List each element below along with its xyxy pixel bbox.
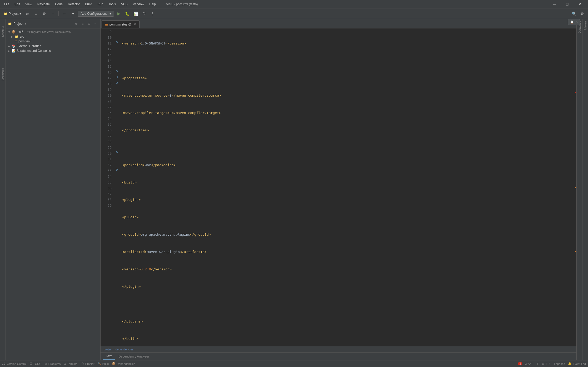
line-num-9: 9: [101, 29, 112, 35]
indent-label: 4 spaces: [553, 362, 565, 365]
back-button[interactable]: ←: [61, 10, 68, 17]
code-line-17: <build>: [122, 180, 573, 185]
collapse-all-button[interactable]: ≡: [32, 10, 39, 17]
add-config-button[interactable]: Add Configuration... ▾: [78, 11, 114, 17]
fold-18[interactable]: ⊖: [115, 75, 118, 79]
panel-config-button[interactable]: ⚙: [86, 21, 92, 27]
maven-panel-label[interactable]: Maven: [584, 19, 587, 32]
titlebar-left: File Edit View Navigate Code Refactor Bu…: [2, 2, 198, 7]
breadcrumb-project[interactable]: project: [104, 348, 112, 351]
line-num-31: 31: [101, 156, 112, 162]
line-num-25: 25: [101, 122, 112, 127]
tab-close-button[interactable]: ✕: [134, 23, 136, 26]
encoding-item[interactable]: UTF-8: [542, 362, 550, 365]
position-label: 38:20: [525, 362, 532, 365]
panel-title: 📁 Project ▾: [8, 22, 26, 26]
version-control-item[interactable]: ⎇ Version Control: [2, 362, 26, 365]
tab-dependency-analyzer[interactable]: Dependency Analyzer: [115, 354, 152, 359]
tab-bar: m pom.xml (test6) ✕ ⋮: [101, 19, 576, 28]
add-config-label: Add Configuration...: [81, 12, 108, 16]
toolbar: 📁 Project ▾ ⊕ ≡ ⚙ − ← ▾ Add Configuratio…: [0, 8, 588, 19]
terminal-item[interactable]: ⊞ Terminal: [64, 362, 78, 365]
terminal-icon: ⊞: [64, 362, 66, 365]
menu-file[interactable]: File: [2, 2, 11, 7]
encoding-label: UTF-8: [542, 362, 550, 365]
code-line-15: [122, 145, 573, 151]
editor-wrapper: 9 10 11 12 13 14 15 16 17 18 19 20 21 22…: [101, 28, 576, 346]
fold-28[interactable]: ⊖: [115, 150, 118, 154]
panel-actions: ⊕ ≡ ⚙ −: [73, 21, 98, 27]
profiler-item[interactable]: ⏱ Profiler: [81, 362, 94, 365]
indent-item[interactable]: 4 spaces: [553, 362, 565, 365]
menu-vcs[interactable]: VCS: [119, 2, 130, 7]
code-line-9: <version>1.0-SNAPSHOT</version>: [122, 41, 573, 46]
dependencies-item[interactable]: 📦 Dependencies: [112, 362, 135, 365]
menu-run[interactable]: Run: [95, 2, 105, 7]
main-container: 📁 Project ▾ ⊕ ≡ ⚙ − ← ▾ Add Configuratio…: [0, 8, 588, 367]
notification-close-button[interactable]: ✕: [575, 20, 576, 24]
tree-item-external-libs[interactable]: ▶ 📚 External Libraries: [6, 44, 100, 48]
menu-navigate[interactable]: Navigate: [35, 2, 52, 7]
line-num-27: 27: [101, 133, 112, 139]
settings-gear-button[interactable]: ⚙: [579, 10, 586, 17]
tab-text[interactable]: Text: [103, 353, 115, 360]
maximize-button[interactable]: □: [561, 0, 573, 8]
bookmarks-icon[interactable]: Bookmarks: [1, 64, 5, 85]
notification-icon: 📋: [570, 20, 574, 24]
window-controls: ─ □ ✕: [549, 0, 586, 8]
vcs-icon: ⎇: [2, 362, 6, 365]
project-selector[interactable]: 📁 Project ▾: [2, 11, 23, 16]
locate-file-button[interactable]: ⊕: [24, 10, 31, 17]
dependencies-icon: 📦: [112, 362, 116, 365]
error-badge: 3: [518, 362, 522, 365]
menu-code[interactable]: Code: [53, 2, 65, 7]
run-button[interactable]: ▶: [115, 10, 122, 17]
more-actions-button[interactable]: ⋮: [149, 10, 156, 17]
event-log-item[interactable]: 🔔 Event Log: [568, 362, 586, 365]
build-icon: 🔨: [98, 362, 101, 365]
minimize-panel-button[interactable]: −: [49, 10, 56, 17]
menu-refactor[interactable]: Refactor: [66, 2, 82, 7]
build-config-dropdown[interactable]: ▾: [69, 10, 77, 17]
menu-tools[interactable]: Tools: [106, 2, 118, 7]
problems-item[interactable]: ⚠ Problems: [45, 362, 61, 365]
minimize-button[interactable]: ─: [549, 0, 561, 8]
problems-label: Problems: [48, 362, 61, 365]
panel-expand-button[interactable]: ≡: [80, 21, 86, 27]
menu-window[interactable]: Window: [131, 2, 146, 7]
structure-icon[interactable]: Structure: [1, 21, 5, 42]
right-scrollbar[interactable]: [573, 28, 576, 346]
position-item[interactable]: 38:20: [525, 362, 532, 365]
line-ending-item[interactable]: LF: [535, 362, 539, 365]
fold-11[interactable]: ⊖: [115, 40, 118, 44]
build-item[interactable]: 🔨 Build: [98, 362, 109, 365]
menu-view[interactable]: View: [23, 2, 34, 7]
scroll-warning-2: [575, 251, 576, 252]
breadcrumb-dependencies[interactable]: dependencies: [116, 348, 134, 351]
search-everywhere-button[interactable]: 🔍: [570, 10, 577, 17]
tree-item-src[interactable]: ▶ 📁 src: [6, 34, 100, 39]
code-line-16: <packaging>war</packaging>: [122, 162, 573, 168]
panel-locate-button[interactable]: ⊕: [73, 21, 79, 27]
tree-item-test6[interactable]: ▼ 📦 test6 D:\ProgramFiles\JavaProjects\t…: [6, 29, 100, 34]
tree-item-pomxml[interactable]: ▶ m pom.xml: [6, 39, 100, 44]
editor-tab-pomxml[interactable]: m pom.xml (test6) ✕: [102, 20, 139, 28]
settings-button[interactable]: ⚙: [41, 10, 48, 17]
code-editor[interactable]: <version>1.0-SNAPSHOT</version> <propert…: [120, 28, 573, 346]
menu-help[interactable]: Help: [147, 2, 158, 7]
menu-edit[interactable]: Edit: [12, 2, 22, 7]
todo-item[interactable]: ☑ TODO: [29, 362, 42, 365]
coverage-button[interactable]: 📊: [132, 10, 139, 17]
close-button[interactable]: ✕: [574, 0, 586, 8]
fold-32[interactable]: ⊖: [115, 167, 118, 171]
tree-item-scratches[interactable]: ▶ 📝 Scratches and Consoles: [6, 48, 100, 53]
fold-17[interactable]: ⊖: [115, 69, 118, 73]
fold-19[interactable]: ⊖: [115, 81, 118, 85]
profile-button[interactable]: ⏱: [140, 10, 148, 17]
menu-build[interactable]: Build: [83, 2, 94, 7]
debug-button[interactable]: 🐛: [123, 10, 131, 17]
project-tree: ▼ 📦 test6 D:\ProgramFiles\JavaProjects\t…: [6, 28, 100, 360]
todo-label: TODO: [33, 362, 42, 365]
error-count-item[interactable]: 3: [518, 362, 522, 365]
panel-close-button[interactable]: −: [92, 21, 98, 27]
